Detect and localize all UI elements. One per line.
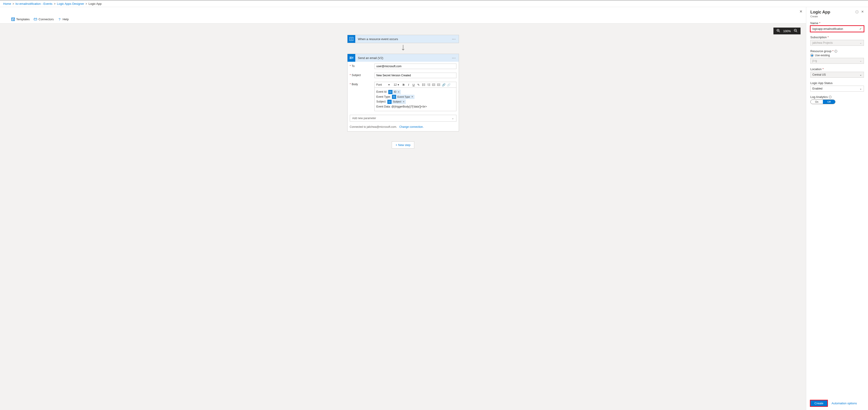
change-connection-link[interactable]: Change connection. [399,125,424,128]
unlink-button[interactable]: 🔗 [446,82,451,88]
event-grid-icon [388,100,392,104]
svg-text:2: 2 [427,84,428,86]
close-icon[interactable]: ✕ [799,9,802,14]
token-subject[interactable]: Subject ✕ [388,99,406,104]
designer-canvas[interactable]: 100% When a resource event occurs ·· [0,24,806,410]
size-select[interactable]: 12 ▾ [392,82,401,87]
remove-token-icon[interactable]: ✕ [398,90,401,94]
chevron-right-icon: > [54,2,56,5]
token-event-type[interactable]: Event Type ✕ [392,95,414,99]
token-label: Subject [392,99,403,104]
more-icon[interactable]: ··· [450,56,459,60]
rg-label: Resource group * i [810,50,864,53]
bullet-list-button[interactable] [421,82,426,88]
designer-toolbar: Templates Connectors ? Help [0,15,806,24]
more-icon[interactable]: ··· [450,37,459,41]
breadcrumb-designer[interactable]: Logic Apps Designer [57,2,84,5]
log-analytics-label: Log Analytics i [810,95,864,99]
rich-text-toolbar: Font ▾ 12 ▾ B I U ✎ 12 [374,82,457,88]
zoom-out-icon[interactable] [794,29,797,33]
indent-button[interactable] [436,82,441,88]
location-value: Central US [812,73,826,76]
status-select[interactable]: Enabled ⌄ [810,86,864,92]
zoom-in-icon[interactable] [777,29,780,33]
remove-token-icon[interactable]: ✕ [411,95,414,99]
font-select[interactable]: Font ▾ [375,82,392,87]
token-label: Event Type [396,95,411,99]
chevron-down-icon: ⌄ [860,59,862,62]
trigger-node[interactable]: When a resource event occurs ··· [347,35,459,43]
subject-label: *Subject [350,73,374,77]
rg-select[interactable]: jl-rg ⌄ [810,58,864,64]
underline-button[interactable]: U [411,82,416,88]
restore-icon[interactable]: ▢ [856,10,859,13]
link-button[interactable]: 🔗 [441,82,446,88]
close-icon[interactable]: ✕ [861,10,864,13]
panel-title: Logic App [810,10,830,14]
italic-button[interactable]: I [406,82,411,88]
outdent-button[interactable] [431,82,436,88]
svg-point-20 [422,86,423,86]
breadcrumb-home[interactable]: Home [3,2,11,5]
number-list-button[interactable]: 12 [426,82,431,88]
name-input[interactable]: logicapp-emailnotification ✓ [810,26,864,32]
chevron-down-icon: ⌄ [860,41,862,44]
svg-point-19 [422,85,423,85]
svg-rect-4 [34,19,37,20]
create-logic-app-panel: Logic App Create ▢ ✕ Name * logicapp-ema… [806,7,868,410]
templates-button[interactable]: Templates [11,18,30,21]
rg-value: jl-rg [812,59,817,62]
subscription-select[interactable]: jalichwa Projects ⌄ [810,40,864,46]
action-header[interactable]: Send an email (V2) ··· [347,54,459,62]
info-icon[interactable]: i [829,96,832,98]
to-label: *To [350,64,374,68]
location-label: Location * [810,67,864,71]
subscription-value: jalichwa Projects [812,41,833,44]
token-label: ID [393,90,398,94]
add-parameter-dropdown[interactable]: Add new parameter ⌄ [350,115,457,122]
body-editor[interactable]: Event Id: ID ✕ Event Type: [374,88,457,111]
status-value: Enabled [812,87,823,90]
connectors-button[interactable]: Connectors [34,18,54,21]
toggle-off: Off [823,100,835,104]
rg-use-existing-radio[interactable]: Use existing [810,54,864,57]
zoom-control: 100% [773,28,801,34]
help-button[interactable]: ? Help [58,18,69,21]
create-button[interactable]: Create [810,400,828,406]
subject-input[interactable] [374,73,457,78]
edit-button[interactable]: ✎ [416,82,421,88]
panel-subtitle: Create [810,15,830,18]
check-icon: ✓ [859,27,862,31]
toggle-on: On [811,100,823,104]
body-l1-label: Event Id: [376,90,387,93]
remove-token-icon[interactable]: ✕ [403,100,406,104]
help-label: Help [63,18,69,21]
help-icon: ? [58,18,61,21]
breadcrumb-kv-events[interactable]: kv-emailnotification - Events [16,2,53,5]
event-grid-icon [347,35,355,43]
chevron-right-icon: > [12,2,14,5]
token-id[interactable]: ID ✕ [388,90,401,94]
connection-info: Connected to jalichwa@microsoft.com. Cha… [347,123,459,131]
arrow-down-icon [402,45,405,52]
svg-line-6 [779,31,780,32]
chevron-down-icon: ⌄ [860,73,862,76]
outlook-icon [347,54,355,62]
subscription-label: Subscription * [810,35,864,39]
breadcrumb: Home > kv-emailnotification - Events > L… [0,1,868,7]
body-l3-label: Subject: [376,100,386,103]
name-label: Name * [810,22,864,25]
new-step-button[interactable]: + New step [392,141,414,149]
trigger-title: When a resource event occurs [355,37,450,41]
send-email-node: Send an email (V2) ··· *To *Subject [347,54,459,131]
to-input[interactable] [374,64,457,69]
chevron-down-icon: ▾ [398,83,399,86]
bold-button[interactable]: B [401,82,406,88]
templates-icon [11,18,15,21]
automation-options-link[interactable]: Automation options [832,402,857,405]
log-analytics-toggle[interactable]: On Off [810,99,835,104]
info-icon[interactable]: i [835,50,837,53]
chevron-down-icon: ▾ [383,83,390,86]
location-select[interactable]: Central US ⌄ [810,72,864,78]
svg-rect-3 [13,19,14,21]
